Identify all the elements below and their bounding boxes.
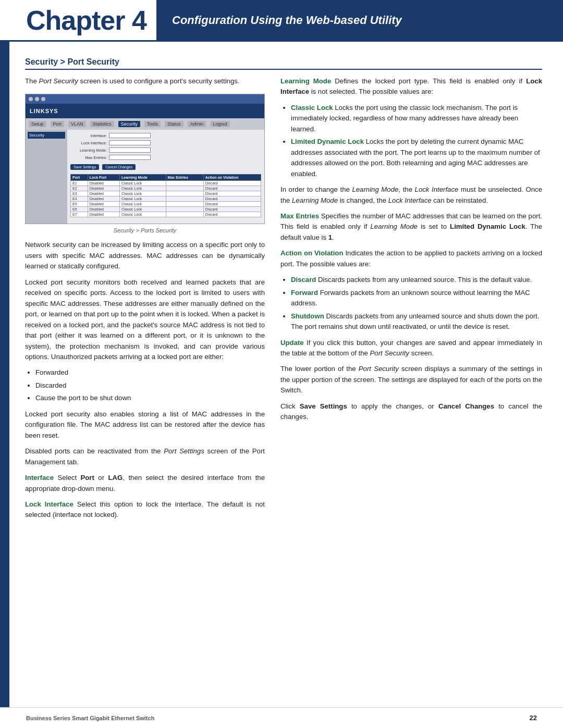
limited-dynamic-term: Limited Dynamic Lock xyxy=(291,138,364,145)
intro-paragraph: The Port Security screen is used to conf… xyxy=(25,76,265,87)
ss-table-cell: Disabled xyxy=(88,186,119,191)
main-content: Security > Port Security The Port Securi… xyxy=(9,42,563,707)
ss-th-max: Max Entries xyxy=(166,175,203,181)
ss-table-cell xyxy=(166,186,203,191)
ss-table-cell xyxy=(166,202,203,207)
update-para: Update If you click this button, your ch… xyxy=(280,338,542,359)
ss-table-cell xyxy=(166,191,203,196)
list-item-forward: Forward Forwards packets from an unknown… xyxy=(291,288,542,309)
ss-table-cell: Disabled xyxy=(88,212,119,217)
ss-label-max: Max Entries: xyxy=(70,155,107,160)
lock-interface-term: Lock Interface xyxy=(25,500,74,508)
ss-nav-logout: Logout xyxy=(210,121,230,127)
ss-dot-2 xyxy=(35,97,39,101)
ss-table-cell: Classic Lock xyxy=(120,196,166,202)
ss-table-cell: E2 xyxy=(71,186,88,191)
ss-dot-1 xyxy=(29,97,33,101)
list-item-discarded: Discarded xyxy=(35,380,265,391)
ss-table-cell: Disabled xyxy=(88,196,119,202)
interface-term: Interface xyxy=(25,474,54,482)
ss-table-cell: Discard xyxy=(203,202,261,207)
ss-table-row: E3DisabledClassic LockDiscard xyxy=(71,191,261,196)
learning-mode-note: In order to change the Learning Mode, th… xyxy=(280,184,542,206)
interface-para: Interface Select Port or LAG, then selec… xyxy=(25,473,265,494)
ss-main-area: Interface: Lock Interface: Learning Mode… xyxy=(67,130,264,224)
ss-table-cell xyxy=(166,181,203,186)
ss-table-cell: Classic Lock xyxy=(120,202,166,207)
ss-save-button: Save Settings xyxy=(70,164,99,170)
body-p3: Locked port security also enables storin… xyxy=(25,409,265,441)
ss-nav-security: Security xyxy=(118,121,141,127)
ss-form-lock: Lock Interface: xyxy=(70,140,261,145)
left-column: The Port Security screen is used to conf… xyxy=(25,76,265,526)
two-column-layout: The Port Security screen is used to conf… xyxy=(25,76,542,526)
right-column: Learning Mode Defines the locked port ty… xyxy=(280,76,542,526)
ss-table-cell: Discard xyxy=(203,207,261,212)
ss-body: Security Interface: Lock Interface: xyxy=(26,130,264,224)
action-list: Discard Discards packets from any unlear… xyxy=(291,275,542,332)
ss-table-cell: Discard xyxy=(203,191,261,196)
ss-logo-text: LINKSYS xyxy=(30,108,58,114)
ss-table-cell: E1 xyxy=(71,181,88,186)
ss-sidebar-security: Security xyxy=(28,132,65,139)
ss-logo-bar: LINKSYS xyxy=(26,104,264,118)
list-item-discard: Discard Discards packets from any unlear… xyxy=(291,275,542,285)
max-entries-term: Max Entries xyxy=(280,212,319,220)
action-violation-para: Action on Violation Indicates the action… xyxy=(280,248,542,269)
ss-cancel-button: Cancel Changes xyxy=(102,164,136,170)
ss-table-cell: Classic Lock xyxy=(120,207,166,212)
ss-nav-admin: Admin xyxy=(188,121,206,127)
ss-nav-bar: Setup Port VLAN Statistics Security Tool… xyxy=(26,118,264,130)
ss-table-row: E6DisabledClassic LockDiscard xyxy=(71,207,261,212)
ss-table-cell: Discard xyxy=(203,186,261,191)
ss-table-cell: E6 xyxy=(71,207,88,212)
ss-nav-stats: Statistics xyxy=(90,121,114,127)
ss-label-learning: Learning Mode: xyxy=(70,148,107,153)
page-footer: Business Series Smart Gigabit Ethernet S… xyxy=(0,707,563,728)
ss-button-row: Save Settings Cancel Changes xyxy=(70,164,261,170)
ss-label-lock: Lock Interface: xyxy=(70,141,107,145)
screenshot-box: LINKSYS Setup Port VLAN Statistics Secur… xyxy=(25,94,265,224)
body-p4: Disabled ports can be reactivated from t… xyxy=(25,446,265,467)
ss-table-row: E4DisabledClassic LockDiscard xyxy=(71,196,261,202)
ss-input-max xyxy=(109,155,151,160)
page-header: Chapter 4 Configuration Using the Web-ba… xyxy=(0,0,563,42)
chapter-label: Chapter 4 xyxy=(26,5,146,36)
ss-table-row: E7DisabledClassic LockDiscard xyxy=(71,212,261,217)
section-title: Security > Port Security xyxy=(25,57,542,70)
classic-lock-term: Classic Lock xyxy=(291,104,333,112)
ss-table-cell: Classic Lock xyxy=(120,191,166,196)
update-term: Update xyxy=(280,339,304,347)
ss-input-lock xyxy=(109,140,151,145)
ss-table-cell: Disabled xyxy=(88,181,119,186)
header-right: Configuration Using the Web-based Utilit… xyxy=(156,0,563,40)
ss-table-cell: E5 xyxy=(71,202,88,207)
discard-term: Discard xyxy=(291,276,316,283)
ss-top-bar xyxy=(26,94,264,104)
ss-dot-3 xyxy=(41,97,45,101)
ss-th-learning: Learning Mode xyxy=(120,175,166,181)
ss-th-lockport: Lock Port xyxy=(88,175,119,181)
ss-sidebar: Security xyxy=(26,130,67,224)
ss-table-cell xyxy=(166,196,203,202)
ss-table-cell: Classic Lock xyxy=(120,212,166,217)
ss-input-interface xyxy=(109,133,151,138)
chapter-title: Configuration Using the Web-based Utilit… xyxy=(172,14,402,27)
learning-mode-term: Learning Mode xyxy=(280,77,331,85)
ss-table-row: E2DisabledClassic LockDiscard xyxy=(71,186,261,191)
blue-accent-bar xyxy=(0,42,9,707)
footer-title: Business Series Smart Gigabit Ethernet S… xyxy=(26,715,154,721)
ss-table-cell: E3 xyxy=(71,191,88,196)
ss-table-cell xyxy=(166,207,203,212)
content-wrapper: Security > Port Security The Port Securi… xyxy=(0,42,563,707)
list-item-forwarded: Forwarded xyxy=(35,367,265,378)
ss-table-cell: E7 xyxy=(71,212,88,217)
ss-table-row: E5DisabledClassic LockDiscard xyxy=(71,202,261,207)
lock-interface-para: Lock Interface Select this option to loc… xyxy=(25,499,265,521)
locked-port-list: Forwarded Discarded Cause the port to be… xyxy=(35,367,265,403)
ss-input-learning xyxy=(109,147,151,153)
ss-th-action: Action on Violation xyxy=(203,175,261,181)
ss-form-interface: Interface: xyxy=(70,133,261,138)
header-left: Chapter 4 xyxy=(0,0,156,40)
ss-nav-setup: Setup xyxy=(29,121,46,127)
